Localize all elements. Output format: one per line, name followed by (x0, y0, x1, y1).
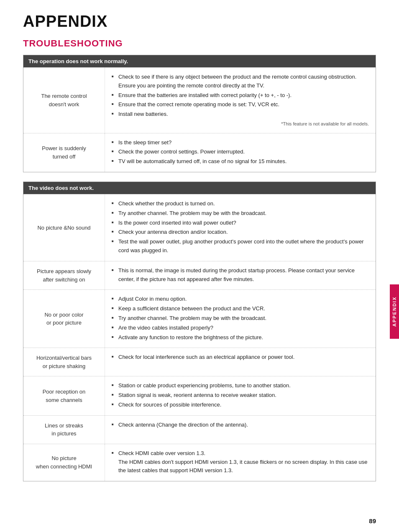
list-item: Are the video cables installed properly? (112, 324, 369, 332)
list-item: Check to see if there is any object betw… (112, 73, 369, 90)
row-label: No picture &No sound (23, 194, 105, 261)
list-item: Station or cable product experiencing pr… (112, 381, 369, 390)
page-content: APPENDIX TROUBLESHOOTING The operation d… (0, 0, 399, 507)
side-tab: APPENDIX (390, 284, 399, 339)
list-item: Check your antenna direction and/or loca… (112, 228, 369, 237)
table-row: Lines or streaksin pictures Check antenn… (23, 415, 376, 444)
section-title: TROUBLESHOOTING (23, 38, 376, 49)
list-item: Check for sources of possible interferen… (112, 401, 369, 409)
row-content: Check for local interference such as an … (105, 348, 376, 376)
row-label: Picture appears slowlyafter switching on (23, 261, 105, 290)
row-label: Lines or streaksin pictures (23, 416, 105, 444)
row-label-text: Poor reception onsome channels (43, 388, 86, 404)
row-label: No or poor coloror poor picture (23, 290, 105, 348)
table-row: Power is suddenlyturned off Is the sleep… (23, 133, 376, 172)
row-content: Station or cable product experiencing pr… (105, 376, 376, 415)
table-row: Horizontal/vertical barsor picture shaki… (23, 348, 376, 376)
list-item: Try another channel. The problem may be … (112, 314, 369, 323)
list-item: Check whether the product is turned on. (112, 200, 369, 208)
row-label: No picturewhen connecting HDMI (23, 444, 105, 481)
row-label-text: Lines or streaksin pictures (45, 422, 83, 438)
row-label-text: Picture appears slowlyafter switching on (37, 267, 91, 284)
row-label-text: The remote controldoesn't work (41, 92, 87, 108)
list-item: Check for local interference such as an … (112, 353, 369, 362)
table-row: Picture appears slowlyafter switching on… (23, 261, 376, 290)
list-item: Adjust Color in menu option. (112, 295, 369, 304)
row-label: The remote controldoesn't work (23, 68, 105, 133)
list-item: Ensure that the correct remote operating… (112, 100, 369, 109)
row-label-text: No picturewhen connecting HDMI (36, 454, 92, 471)
row-label: Poor reception onsome channels (23, 376, 105, 415)
row-label-text: No picture &No sound (37, 224, 90, 232)
table1-header: The operation does not work normally. (23, 55, 376, 67)
list-item: Install new batteries. (112, 110, 369, 119)
row-content: Check to see if there is any object betw… (105, 68, 376, 133)
table-row: The remote controldoesn't work Check to … (23, 67, 376, 133)
table-operation: The operation does not work normally. Th… (23, 55, 376, 172)
row-content: Adjust Color in menu option. Keep a suff… (105, 290, 376, 348)
list-item: Test the wall power outlet, plug another… (112, 238, 369, 255)
row-content: Check HDMI cable over version 1.3. The H… (105, 444, 376, 481)
table-row: No picture &No sound Check whether the p… (23, 194, 376, 261)
list-item: Check the power control settings. Power … (112, 148, 369, 156)
list-item: Is the sleep timer set? (112, 138, 369, 147)
table-row: No picturewhen connecting HDMI Check HDM… (23, 444, 376, 481)
list-item: Try another channel. The problem may be … (112, 209, 369, 218)
list-item: Station signal is weak, reorient antenna… (112, 391, 369, 400)
table-video: The video does not work. No picture &No … (23, 182, 376, 481)
row-label-text: Horizontal/vertical barsor picture shaki… (36, 354, 92, 370)
list-item: Is the power cord inserted into wall pow… (112, 219, 369, 228)
page-number: 89 (369, 517, 376, 524)
list-item: Ensure that the batteries are installed … (112, 91, 369, 100)
list-item: TV will be automatically turned off, in … (112, 157, 369, 166)
row-content: Check whether the product is turned on. … (105, 194, 376, 261)
row-content: This is normal, the image is muted durin… (105, 261, 376, 290)
list-item: Check antenna (Change the direction of t… (112, 421, 369, 430)
table2-header: The video does not work. (23, 182, 376, 194)
table-row: Poor reception onsome channels Station o… (23, 376, 376, 415)
row-label: Horizontal/vertical barsor picture shaki… (23, 348, 105, 376)
appendix-title: APPENDIX (23, 13, 376, 31)
list-item: Check HDMI cable over version 1.3. The H… (112, 449, 369, 475)
list-item: This is normal, the image is muted durin… (112, 266, 369, 284)
list-item: Activate any function to restore the bri… (112, 333, 369, 342)
row-label-text: Power is suddenlyturned off (42, 144, 86, 161)
row-content: Check antenna (Change the direction of t… (105, 416, 376, 444)
row-label-text: No or poor coloror poor picture (44, 311, 83, 327)
list-item: Keep a sufficient distance between the p… (112, 304, 369, 313)
row-content: Is the sleep timer set? Check the power … (105, 133, 376, 172)
table-row: No or poor coloror poor picture Adjust C… (23, 289, 376, 348)
row-label: Power is suddenlyturned off (23, 133, 105, 172)
footnote: *This feature is not available for all m… (112, 120, 369, 128)
